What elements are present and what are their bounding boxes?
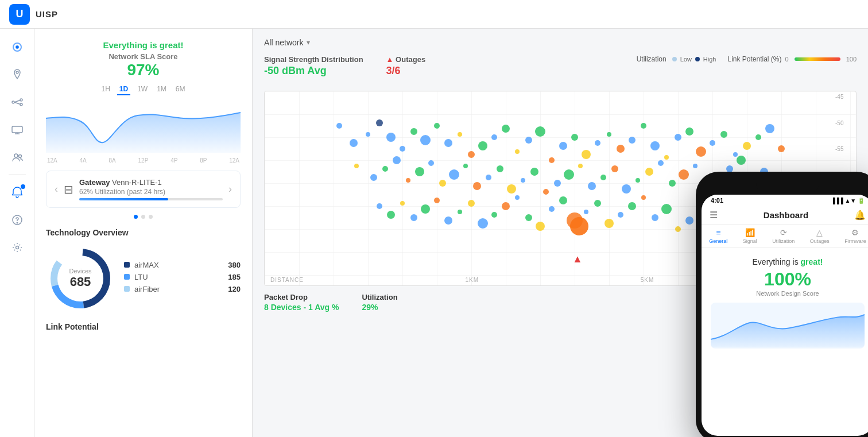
signal-label: Signal Strength Distribution (264, 55, 363, 64)
sidebar-item-settings[interactable] (5, 235, 30, 260)
svg-point-127 (570, 217, 588, 235)
svg-point-58 (778, 145, 785, 152)
stats-top-row: Signal Strength Distribution -50 dBm Avg… (264, 55, 857, 85)
svg-point-92 (737, 156, 746, 165)
legend-airmax: airMAX 380 (124, 261, 241, 269)
sidebar-item-devices[interactable] (5, 117, 30, 142)
packet-drop-label: Packet Drop (264, 293, 339, 301)
svg-point-102 (458, 210, 462, 214)
svg-point-26 (410, 128, 417, 135)
svg-point-83 (636, 178, 640, 183)
tech-overview-title: Technology Overview (46, 228, 241, 237)
svg-point-0 (16, 46, 18, 49)
utilization-value: 29% (362, 303, 397, 312)
svg-point-60 (370, 174, 377, 181)
utilization-label: Utilization (362, 293, 397, 301)
svg-point-48 (664, 155, 669, 160)
link-legend-label: Link Potential (%) (727, 55, 781, 63)
stats-row: Signal Strength Distribution -50 dBm Avg… (264, 55, 425, 77)
svg-point-42 (595, 140, 600, 146)
svg-point-45 (629, 137, 636, 144)
svg-point-14 (16, 246, 18, 249)
svg-point-122 (685, 216, 693, 225)
svg-point-123 (699, 210, 703, 214)
svg-point-23 (376, 119, 383, 126)
svg-point-84 (645, 168, 653, 176)
sidebar-item-dashboard[interactable] (5, 34, 30, 60)
warning-icon: ▲ (386, 55, 396, 64)
chart-x-labels: 12A4A8A12P4P8P12A (46, 157, 241, 164)
svg-point-61 (382, 166, 388, 172)
prev-gateway-button[interactable]: ‹ (55, 183, 58, 195)
network-selector[interactable]: All network ▾ (264, 38, 857, 47)
svg-point-100 (434, 198, 440, 203)
donut-value: 685 (69, 274, 91, 289)
sidebar-item-clients[interactable] (5, 145, 30, 170)
signal-value: -50 dBm Avg (264, 65, 363, 77)
svg-point-93 (750, 178, 755, 183)
svg-point-63 (406, 178, 410, 183)
svg-point-80 (600, 175, 606, 180)
svg-point-44 (617, 145, 625, 153)
legend-ltu: LTU 185 (124, 273, 241, 281)
svg-point-82 (622, 184, 631, 194)
svg-point-75 (543, 189, 549, 195)
ltu-label: LTU (134, 273, 228, 281)
x-axis-labels: DISTANCE1KM5KM50KM (270, 277, 833, 283)
svg-point-71 (497, 165, 503, 172)
svg-point-4 (20, 103, 22, 106)
svg-point-115 (604, 219, 614, 228)
link-potential-title: Link Potential (46, 322, 241, 331)
outages-stat: ▲ Outages 3/6 (386, 55, 426, 77)
svg-point-52 (710, 140, 715, 146)
svg-point-99 (421, 204, 430, 214)
svg-point-57 (765, 124, 774, 133)
sidebar-item-map[interactable] (5, 62, 30, 87)
svg-point-128 (811, 202, 820, 211)
outages-label: ▲ Outages (386, 55, 426, 64)
sidebar-item-network[interactable] (5, 90, 30, 115)
svg-point-2 (12, 101, 14, 103)
svg-point-117 (628, 202, 636, 210)
tab-6m[interactable]: 6M (173, 84, 188, 95)
chevron-down-icon: ▾ (307, 38, 310, 47)
tab-1w[interactable]: 1W (135, 84, 150, 95)
svg-point-49 (675, 134, 681, 141)
signal-stat: Signal Strength Distribution -50 dBm Avg (264, 55, 363, 77)
svg-point-11 (18, 155, 21, 158)
tab-1h[interactable]: 1H (99, 84, 112, 95)
svg-text:▲: ▲ (572, 253, 583, 265)
svg-point-116 (618, 212, 623, 218)
notification-badge (21, 184, 25, 189)
tech-overview: Devices 685 airMAX 380 LTU 185 airFiber (46, 244, 241, 313)
svg-point-97 (400, 201, 405, 206)
svg-point-113 (584, 210, 588, 214)
dot-2 (141, 215, 145, 219)
svg-point-79 (588, 182, 596, 190)
gateway-util-fill (79, 198, 168, 200)
svg-point-41 (582, 150, 591, 159)
svg-point-77 (564, 169, 574, 180)
packet-drop-stat: Packet Drop 8 Devices - 1 Avg % (264, 293, 339, 312)
next-gateway-button[interactable]: › (228, 183, 232, 195)
sla-score-label: Network SLA Score (46, 52, 241, 61)
scatter-chart: ▲ ▲ -45-50-55-60-65-70-75dBm DISTANCE1KM… (264, 91, 857, 286)
util-low-dot (672, 57, 677, 61)
gateway-util-bar (79, 198, 223, 200)
sidebar-item-help[interactable] (5, 207, 30, 233)
svg-point-30 (458, 132, 462, 137)
tab-1d[interactable]: 1D (117, 84, 130, 95)
svg-point-50 (685, 127, 693, 136)
svg-point-95 (377, 203, 382, 209)
svg-point-35 (515, 149, 520, 154)
app-logo: U (9, 4, 30, 25)
sidebar-item-notifications[interactable] (5, 180, 30, 205)
svg-point-3 (20, 99, 22, 101)
airfiber-label: airFiber (134, 285, 228, 293)
link-min: 0 (785, 56, 789, 63)
svg-point-90 (715, 175, 721, 180)
tab-1m[interactable]: 1M (154, 84, 169, 95)
svg-point-59 (354, 164, 359, 168)
utilization-legend: Utilization Low High (637, 55, 716, 63)
svg-point-32 (478, 141, 487, 150)
